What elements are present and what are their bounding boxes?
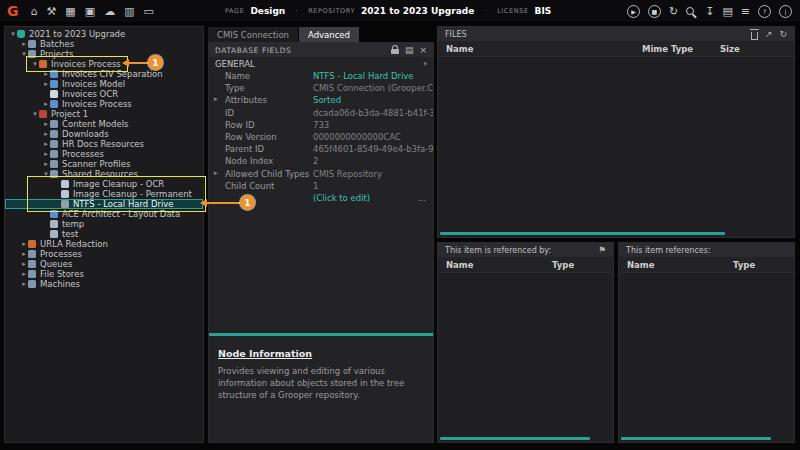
tree-expander-icon[interactable]: ▾ bbox=[20, 49, 28, 59]
tree-expander-icon[interactable]: ▸ bbox=[20, 259, 28, 269]
tree-expander-icon[interactable]: ▸ bbox=[20, 269, 28, 279]
tree-expander-icon[interactable]: ▾ bbox=[31, 59, 39, 69]
tree-expander-icon[interactable]: ▾ bbox=[9, 29, 17, 39]
tree-item-processes[interactable]: ▸Processes bbox=[5, 149, 203, 159]
tree-item-invoices-process[interactable]: ▾Invoices Process bbox=[5, 59, 203, 69]
lock-icon[interactable] bbox=[391, 49, 399, 54]
help-icon[interactable]: ? bbox=[758, 5, 771, 18]
tree-item-shared-resources[interactable]: ▾Shared Resources bbox=[5, 169, 203, 179]
expand-icon[interactable]: ▸ bbox=[214, 169, 218, 177]
tree-expander-icon[interactable]: ▸ bbox=[42, 139, 50, 149]
tree-item-invoices-civ-separation[interactable]: ▸Invoices CIV Separation bbox=[5, 69, 203, 79]
tree-item-test[interactable]: test bbox=[5, 229, 203, 239]
tree-expander-icon[interactable]: ▸ bbox=[42, 69, 50, 79]
tree-expander-icon[interactable]: ▸ bbox=[42, 159, 50, 169]
property-value[interactable]: (Click to edit) bbox=[313, 193, 418, 203]
delete-icon[interactable] bbox=[751, 32, 758, 40]
tools-icon[interactable]: ⚒ bbox=[46, 6, 56, 17]
general-section-header[interactable]: GENERAL ▾ bbox=[209, 57, 433, 70]
property-row-name: NameNTFS - Local Hard Drive bbox=[209, 70, 433, 82]
home-icon[interactable]: ⌂ bbox=[31, 6, 38, 17]
tab-cmis-connection[interactable]: CMIS Connection bbox=[208, 27, 298, 42]
refresh-icon[interactable]: ↻ bbox=[779, 30, 787, 39]
stats-icon[interactable]: ▥ bbox=[124, 6, 134, 17]
license-value[interactable]: BIS bbox=[535, 6, 552, 16]
tree-expander-icon[interactable]: ▾ bbox=[42, 169, 50, 179]
tree-item-machines[interactable]: ▸Machines bbox=[5, 279, 203, 289]
references-hscrollbar[interactable] bbox=[621, 437, 771, 440]
save-icon[interactable]: ▤ bbox=[405, 46, 414, 55]
machines-icon[interactable]: ▭ bbox=[144, 6, 154, 17]
tree-item-image-cleanup-ocr[interactable]: Image Cleanup - OCR bbox=[5, 179, 203, 189]
tree-item-label: Downloads bbox=[62, 129, 109, 139]
property-value[interactable]: CMIS Repository bbox=[313, 169, 433, 179]
tree-expander-icon[interactable]: ▸ bbox=[42, 99, 50, 109]
open-external-icon[interactable]: ↗ bbox=[765, 30, 773, 39]
property-value[interactable]: 0000000000000CAC bbox=[313, 132, 433, 142]
referenced-by-list bbox=[439, 273, 612, 441]
repository-value[interactable]: 2021 to 2023 Upgrade bbox=[361, 6, 474, 16]
property-value[interactable]: Sorted bbox=[313, 95, 433, 105]
tree-item-content-models[interactable]: ▸Content Models bbox=[5, 119, 203, 129]
tree-item-ace-architect-layout-data[interactable]: ACE Architect - Layout Data bbox=[5, 209, 203, 219]
save-icon[interactable]: ▤ bbox=[722, 6, 732, 17]
pin-icon[interactable]: ⚑ bbox=[598, 246, 606, 255]
power-icon[interactable]: | bbox=[779, 5, 792, 18]
tree-expander-icon[interactable]: ▸ bbox=[42, 79, 50, 89]
tree-item-2021-to-2023-upgrade[interactable]: ▾2021 to 2023 Upgrade bbox=[5, 29, 203, 39]
tree-expander-icon[interactable]: ▸ bbox=[42, 129, 50, 139]
tree-item-project-1[interactable]: ▾Project 1 bbox=[5, 109, 203, 119]
tree-expander-icon[interactable]: ▸ bbox=[20, 239, 28, 249]
tree-item-temp[interactable]: temp bbox=[5, 219, 203, 229]
batches-icon[interactable]: ▦ bbox=[65, 6, 75, 17]
files-hscrollbar[interactable] bbox=[440, 232, 725, 235]
tree-item-batches[interactable]: ▸Batches bbox=[5, 39, 203, 49]
tree-expander-icon[interactable]: ▸ bbox=[42, 119, 50, 129]
close-icon[interactable]: × bbox=[419, 46, 427, 55]
chevron-down-icon: ▾ bbox=[423, 60, 427, 68]
ellipsis-button[interactable]: ... bbox=[418, 193, 433, 203]
play-icon[interactable]: ▶ bbox=[627, 5, 640, 18]
tree-item-hr-docs-resources[interactable]: ▸HR Docs Resources bbox=[5, 139, 203, 149]
tree-expander-icon[interactable]: ▸ bbox=[20, 249, 28, 259]
tree-item-invoices-ocr[interactable]: Invoices OCR bbox=[5, 89, 203, 99]
expand-icon[interactable]: ▸ bbox=[214, 95, 218, 103]
tab-advanced[interactable]: Advanced bbox=[299, 27, 359, 42]
property-label-text: Node Index bbox=[225, 156, 273, 166]
tree-expander-icon[interactable]: ▾ bbox=[31, 109, 39, 119]
panel-splitter[interactable] bbox=[209, 333, 433, 336]
refresh-icon[interactable]: ↻ bbox=[669, 6, 678, 17]
referenced-by-hscrollbar[interactable] bbox=[440, 437, 590, 440]
property-value[interactable]: 2 bbox=[313, 156, 433, 166]
tree-item-ntfs-local-hard-drive[interactable]: NTFS - Local Hard Drive bbox=[5, 199, 203, 209]
tree-expander-icon[interactable]: ▸ bbox=[20, 39, 28, 49]
download-icon[interactable]: ↧ bbox=[705, 6, 714, 17]
tree-item-projects[interactable]: ▾Projects bbox=[5, 49, 203, 59]
tree-item-invoices-process[interactable]: ▸Invoices Process bbox=[5, 99, 203, 109]
stop-icon[interactable]: ■ bbox=[648, 5, 661, 18]
cloud-icon[interactable]: ☁ bbox=[104, 6, 115, 17]
search-icon[interactable] bbox=[686, 7, 694, 15]
tree-item-file-stores[interactable]: ▸File Stores bbox=[5, 269, 203, 279]
tree-item-invoices-model[interactable]: ▸Invoices Model bbox=[5, 79, 203, 89]
content-icon[interactable]: ▣ bbox=[85, 6, 95, 17]
tree-expander-icon[interactable]: ▸ bbox=[20, 279, 28, 289]
tree-item-urla-redaction[interactable]: ▸URLA Redaction bbox=[5, 239, 203, 249]
tree-item-label: Batches bbox=[40, 39, 74, 49]
property-value[interactable]: CMIS Connection (Grooper.CMIS.Cmis... bbox=[313, 83, 433, 93]
tree-item-scanner-profiles[interactable]: ▸Scanner Profiles bbox=[5, 159, 203, 169]
property-value[interactable]: 465f4601-8549-49e4-b3fa-905d2ffcb565 bbox=[313, 144, 433, 154]
property-value[interactable]: 1 bbox=[313, 181, 433, 191]
property-value[interactable]: dcada06d-b3da-4881-b41f-3e73f3316... bbox=[313, 108, 433, 118]
tree-item-processes[interactable]: ▸Processes bbox=[5, 249, 203, 259]
property-label: Row Version bbox=[209, 132, 313, 142]
page-value[interactable]: Design bbox=[250, 6, 285, 16]
tree-item-queues[interactable]: ▸Queues bbox=[5, 259, 203, 269]
tree-expander-icon[interactable]: ▸ bbox=[42, 149, 50, 159]
tree-item-downloads[interactable]: ▸Downloads bbox=[5, 129, 203, 139]
tree-item-image-cleanup-permanent[interactable]: Image Cleanup - Permanent bbox=[5, 189, 203, 199]
property-value[interactable]: NTFS - Local Hard Drive bbox=[313, 71, 433, 81]
property-value[interactable]: 733 bbox=[313, 120, 433, 130]
database-icon[interactable]: ≡ bbox=[741, 6, 750, 17]
doc-icon bbox=[50, 220, 58, 228]
